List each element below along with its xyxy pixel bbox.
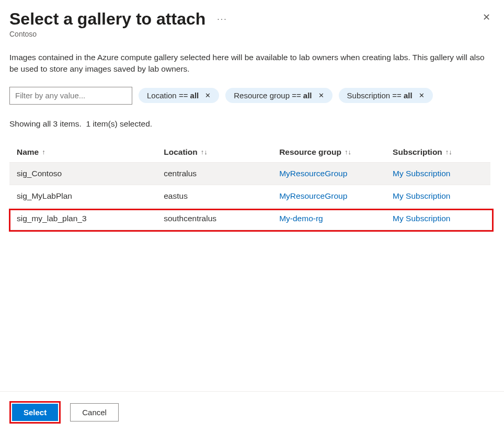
close-button[interactable]: ✕: [478, 9, 495, 25]
table-row[interactable]: sig_MyLabPlan eastus MyResourceGroup My …: [9, 185, 490, 207]
subscription-link[interactable]: My Subscription: [393, 191, 450, 200]
pill-remove-icon[interactable]: ✕: [316, 92, 326, 99]
cell-location: southcentralus: [156, 207, 272, 230]
cell-location: eastus: [156, 185, 272, 207]
cell-location: centralus: [156, 162, 272, 185]
subscription-link[interactable]: My Subscription: [393, 169, 450, 178]
filter-pill-label: Location == all: [147, 91, 199, 100]
cancel-button[interactable]: Cancel: [70, 403, 119, 421]
breadcrumb: Contoso: [9, 30, 231, 38]
sort-both-icon: ↑↓: [445, 148, 452, 156]
select-button[interactable]: Select: [12, 404, 58, 421]
table-header-row: Name↑ Location↑↓ Resource group↑↓ Subscr…: [9, 142, 490, 163]
page-title: Select a gallery to attach: [9, 9, 205, 29]
gallery-table: Name↑ Location↑↓ Resource group↑↓ Subscr…: [9, 142, 490, 230]
filter-row: Location == all ✕ Resource group == all …: [9, 87, 495, 105]
cell-name: sig_MyLabPlan: [9, 185, 156, 207]
filter-pill-subscription[interactable]: Subscription == all ✕: [339, 88, 433, 103]
sort-both-icon: ↑↓: [345, 148, 351, 156]
pill-remove-icon[interactable]: ✕: [203, 92, 213, 99]
filter-input[interactable]: [9, 87, 132, 105]
column-header-resource-group[interactable]: Resource group↑↓: [279, 147, 351, 157]
filter-pill-location[interactable]: Location == all ✕: [139, 88, 219, 103]
title-block: Select a gallery to attach ··· Contoso: [9, 9, 231, 38]
resource-group-link[interactable]: My-demo-rg: [279, 214, 323, 223]
filter-pill-resource-group[interactable]: Resource group == all ✕: [225, 88, 332, 103]
close-icon: ✕: [483, 12, 490, 22]
resource-group-link[interactable]: MyResourceGroup: [279, 169, 347, 178]
sort-both-icon: ↑↓: [201, 148, 208, 156]
filter-pill-label: Resource group == all: [234, 91, 312, 100]
table-row[interactable]: sig_Contoso centralus MyResourceGroup My…: [9, 162, 490, 185]
cell-name: sig_my_lab_plan_3: [9, 207, 156, 230]
table-row[interactable]: sig_my_lab_plan_3 southcentralus My-demo…: [9, 207, 490, 230]
more-options-icon[interactable]: ···: [214, 15, 230, 24]
cell-name: sig_Contoso: [9, 162, 156, 185]
filter-pill-label: Subscription == all: [347, 91, 413, 100]
footer: Select Cancel: [0, 391, 504, 433]
column-header-subscription[interactable]: Subscription↑↓: [393, 147, 452, 157]
sort-asc-icon: ↑: [42, 148, 45, 156]
results-count: Showing all 3 items. 1 item(s) selected.: [9, 119, 495, 129]
description-text: Images contained in the Azure compute ga…: [9, 52, 490, 75]
select-button-highlight: Select: [9, 401, 61, 424]
subscription-link[interactable]: My Subscription: [393, 214, 450, 223]
pill-remove-icon[interactable]: ✕: [417, 92, 427, 99]
resource-group-link[interactable]: MyResourceGroup: [279, 191, 347, 200]
column-header-location[interactable]: Location↑↓: [164, 147, 208, 157]
column-header-name[interactable]: Name↑: [17, 147, 45, 157]
panel-header: Select a gallery to attach ··· Contoso ✕: [9, 9, 495, 38]
